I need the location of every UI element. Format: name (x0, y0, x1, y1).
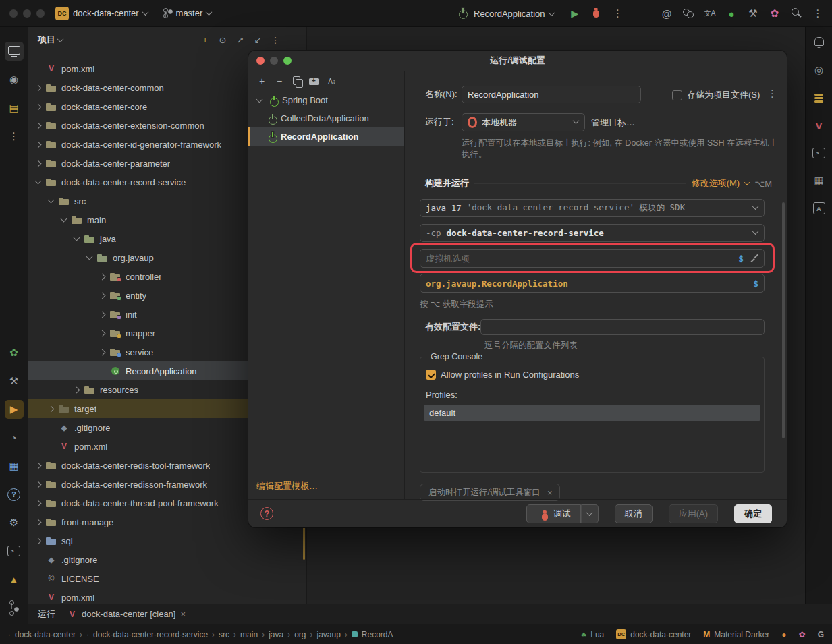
chevron-icon[interactable] (32, 158, 43, 169)
name-input[interactable] (462, 86, 641, 103)
tools-icon[interactable]: ⚒ (744, 5, 762, 22)
tree-item-.gitignore[interactable]: ◆.gitignore (28, 550, 306, 569)
vm-options-input[interactable] (426, 254, 731, 264)
run-tool-icon[interactable]: ▶ (5, 400, 24, 419)
chevron-icon[interactable] (32, 460, 43, 471)
chevron-icon[interactable] (32, 535, 43, 546)
chevron-icon[interactable] (32, 82, 43, 93)
chevron-icon[interactable] (32, 517, 43, 527)
services-icon[interactable]: ▦ (5, 457, 24, 475)
breadcrumb-dock-data-center[interactable]: ·dock-data-center (8, 630, 76, 639)
build-icon[interactable]: ⚒ (5, 372, 24, 390)
profiler-icon[interactable]: ◔ (5, 428, 24, 447)
maximize-window-icon[interactable] (36, 9, 45, 18)
plugin-flower-icon[interactable]: ✿ (799, 630, 806, 639)
ai-assistant-icon[interactable]: @ (658, 5, 675, 22)
run-config-selector[interactable]: RecordApplication (474, 9, 554, 19)
record-icon[interactable]: ● (723, 5, 740, 22)
sort-icon[interactable]: A↕ (324, 73, 340, 89)
branch-widget[interactable]: master (159, 7, 212, 20)
run-tab[interactable]: V dock-data-center [clean] × (67, 609, 186, 620)
minimize-window-icon[interactable] (23, 9, 31, 18)
debug-button[interactable] (588, 5, 605, 22)
more-icon[interactable]: ⋮ (267, 32, 283, 48)
edit-templates-link[interactable]: 编辑配置模板… (256, 480, 318, 492)
search-icon[interactable] (787, 5, 805, 22)
database-icon[interactable] (810, 89, 828, 107)
locate-icon[interactable]: ⊙ (215, 32, 231, 48)
dependencies-icon[interactable]: ▦ (810, 172, 828, 189)
chevron-down-icon[interactable] (57, 36, 64, 42)
run-on-select[interactable]: 本地机器 (462, 113, 585, 131)
problems-icon[interactable]: ▲ (5, 570, 24, 589)
breadcrumb-main[interactable]: main (240, 630, 258, 639)
more-icon[interactable]: ⋮ (809, 5, 827, 22)
config-item-CollectDataApplication[interactable]: CollectDataApplication (248, 109, 404, 127)
chevron-icon[interactable] (32, 139, 43, 150)
more-run-actions-icon[interactable]: ⋮ (609, 5, 627, 22)
dialog-scrollbar[interactable] (782, 202, 785, 438)
store-more-icon[interactable]: ⋮ (767, 88, 777, 100)
expand-field-icon[interactable] (750, 254, 758, 262)
help-icon[interactable] (5, 485, 24, 504)
allow-profiles-row[interactable]: Allow profiles in Run Configurations (426, 370, 579, 380)
vcs-update-icon[interactable]: ✿ (5, 343, 24, 362)
dialog-maximize-icon[interactable] (283, 57, 292, 65)
chevron-icon[interactable] (96, 271, 107, 282)
hide-icon[interactable]: − (285, 32, 301, 48)
config-group-spring-boot[interactable]: Spring Boot (248, 91, 404, 109)
classpath-select[interactable]: -cp dock-data-center-record-service (420, 224, 765, 242)
theme-icon[interactable]: MMaterial Darker (703, 630, 769, 639)
chevron-icon[interactable] (96, 290, 107, 301)
cancel-button[interactable]: 取消 (615, 504, 653, 523)
remote-icon[interactable]: ◎ (810, 61, 828, 79)
store-checkbox[interactable] (672, 90, 682, 100)
close-tab-icon[interactable]: × (180, 609, 186, 619)
status-orange-icon[interactable]: ● (781, 630, 786, 639)
chevron-icon[interactable] (32, 120, 43, 131)
translate-icon[interactable]: 文A (701, 5, 719, 22)
ok-button[interactable]: 确定 (734, 504, 772, 523)
project-widget[interactable]: DC dock-data-center (55, 7, 148, 20)
breadcrumb-org[interactable]: org (294, 630, 306, 639)
project-tool-icon[interactable] (5, 42, 24, 61)
debug-options-button[interactable] (581, 504, 599, 523)
chevron-icon[interactable] (71, 384, 82, 395)
expand-all-icon[interactable]: ↗ (232, 32, 248, 48)
close-window-icon[interactable] (9, 9, 18, 18)
add-config-icon[interactable]: + (254, 73, 270, 89)
chevron-icon[interactable] (96, 328, 107, 339)
run-button[interactable]: ▶ (566, 5, 584, 22)
terminal-icon[interactable] (5, 541, 24, 560)
chevron-icon[interactable] (96, 309, 107, 320)
breadcrumb-src[interactable]: src (219, 630, 229, 639)
chevron-icon[interactable] (96, 347, 107, 357)
lua-icon[interactable]: ♣Lua (581, 630, 604, 639)
dialog-minimize-icon[interactable] (270, 57, 278, 65)
macro-dollar-icon[interactable]: $ (753, 279, 758, 289)
breadcrumb-java[interactable]: java (269, 630, 283, 639)
chevron-icon[interactable] (71, 233, 82, 244)
commit-tool-icon[interactable]: ◉ (5, 70, 24, 89)
chevron-icon[interactable] (45, 196, 56, 206)
tree-item-LICENSE[interactable]: ©LICENSE (28, 569, 306, 588)
users-icon[interactable] (680, 5, 697, 22)
tree-item-sql[interactable]: sql (28, 531, 306, 550)
vm-options-field[interactable]: $ (420, 249, 765, 268)
help-button[interactable]: ? (260, 507, 273, 520)
chevron-icon[interactable] (32, 479, 43, 490)
allow-profiles-checkbox[interactable] (426, 370, 436, 380)
manage-targets-link[interactable]: 管理目标… (591, 113, 635, 131)
profile-default-row[interactable]: default (424, 405, 760, 421)
active-profiles-input[interactable] (480, 319, 765, 335)
chevron-icon[interactable] (32, 498, 43, 508)
debug-button[interactable]: 调试 (526, 504, 581, 523)
jre-select[interactable]: java 17 'dock-data-center-record-service… (420, 199, 765, 217)
ascii-doc-icon[interactable] (810, 200, 828, 217)
add-icon[interactable]: + (197, 32, 213, 48)
dialog-close-icon[interactable] (256, 57, 265, 65)
collapse-all-icon[interactable]: ↙ (250, 32, 266, 48)
chevron-icon[interactable] (84, 252, 94, 263)
config-item-RecordApplication[interactable]: RecordApplication (248, 127, 404, 146)
project-badge[interactable]: DCdock-data-center (616, 629, 691, 639)
